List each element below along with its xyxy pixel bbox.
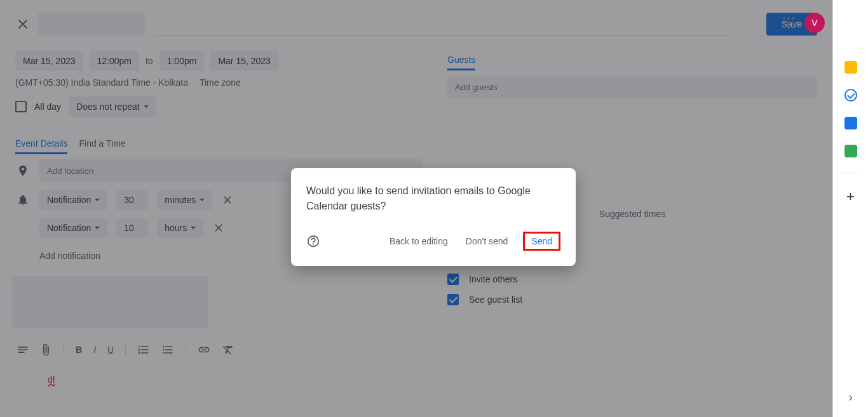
contacts-icon[interactable]: [844, 117, 857, 129]
tasks-icon[interactable]: [844, 89, 857, 102]
send-highlight: Send: [523, 232, 560, 251]
dialog-help-icon[interactable]: [306, 234, 320, 248]
side-divider: [843, 173, 858, 173]
dialog-title: Would you like to send invitation emails…: [306, 183, 560, 214]
avatar[interactable]: V: [804, 13, 825, 33]
side-panel: + ›: [832, 0, 868, 417]
keep-icon[interactable]: [844, 61, 857, 74]
send-invitation-dialog: Would you like to send invitation emails…: [291, 168, 576, 266]
send-button[interactable]: Send: [529, 232, 555, 250]
apps-icon[interactable]: [783, 17, 794, 29]
collapse-panel-icon[interactable]: ›: [848, 390, 853, 404]
dont-send-button[interactable]: Don't send: [463, 232, 511, 250]
addons-plus-icon[interactable]: +: [846, 189, 855, 205]
maps-icon[interactable]: [844, 145, 857, 157]
back-to-editing-button[interactable]: Back to editing: [387, 232, 451, 250]
